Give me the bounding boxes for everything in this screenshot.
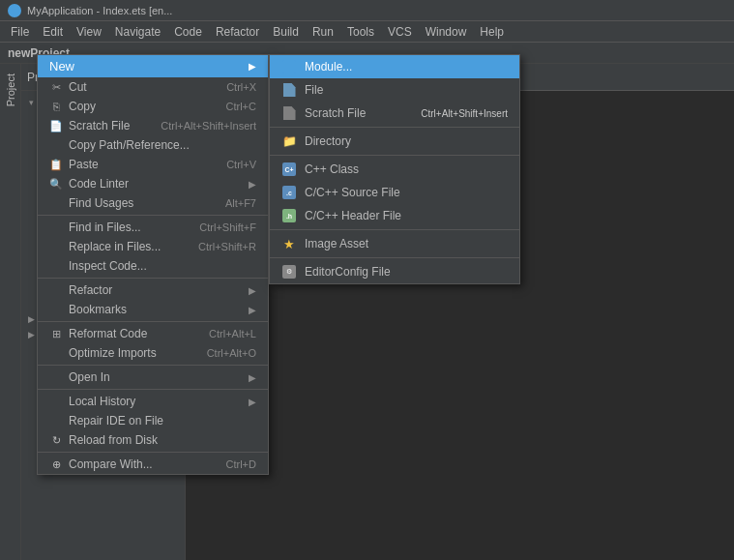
tree-label-appscope: AppScope [65,143,114,155]
code-line-3: .fontWeight(FontWeight.Bold) [197,133,722,151]
code-line-10: .height('100%') [197,238,722,255]
tab-icon-entry [260,74,272,85]
panel-dropdown-label[interactable]: Project [27,71,63,84]
menu-tools[interactable]: Tools [340,23,381,41]
tree-item-entry[interactable]: ▾ 📂 entry [21,157,185,172]
tree-item-appscope[interactable]: ▶ 📂 AppScope [21,141,185,157]
tree-item-hvigor[interactable]: ▶ 📂 .hvigor [21,110,185,126]
sidebar-item-project[interactable]: Project [2,68,19,112]
file-icon-codelint: 📄 [60,235,73,249]
tree-label-codelint: code-linter.jso... [76,236,151,248]
menu-window[interactable]: Window [419,23,474,41]
code-editor[interactable]: .fontSize(50) .fontWeight(FontWeight.Bol… [186,91,734,560]
tree-item-build-profile[interactable]: ▶ 📄 build-profile.js... [21,219,185,234]
menu-view[interactable]: View [70,23,108,41]
menu-bar: File Edit View Navigate Code Refactor Bu… [0,21,734,43]
tree-item-hvigorfile[interactable]: ▶ 📄 hvigorfile.ts [21,250,185,265]
tab-close-entry[interactable]: ✕ [349,74,357,84]
toolbar-btn-collapse[interactable]: ⊟ [125,70,140,85]
menu-code[interactable]: Code [167,23,209,41]
tree-label-scratches: Scratches and Co... [53,329,147,340]
file-icon-build: 📄 [60,220,73,233]
tree-arrow-scratches: ▶ [25,330,37,339]
toolbar-btn-minimize[interactable]: — [163,70,179,85]
project-header: newProject [0,43,734,64]
code-line-2: .fontSize(50) [197,116,722,133]
panel-toolbar: Project ▾ ⊕ ☰ ⊟ ⚙ — [21,64,185,91]
tree-item-scratches[interactable]: ▶ ★ Scratches and Co... [21,327,185,342]
tab-action-list[interactable]: ☰ [208,74,223,88]
tree-item-oh-package[interactable]: ▶ 📄 oh-package.js... [21,280,185,296]
tree-arrow-idea: ▶ [37,129,48,138]
file-icon-gitignore: 📄 [60,204,73,218]
tab-entry-ability[interactable]: EntryAbility.ets ✕ [251,67,366,90]
toolbar-btn-add[interactable]: ⊕ [86,70,102,85]
tree-label-ohpkg: oh-package.js... [76,282,152,294]
code-line-12: } [197,273,722,290]
toolbar-btn-list[interactable]: ☰ [105,70,121,85]
tree-item-local-prop[interactable]: ▶ 📊 local.propertie... [21,265,185,280]
folder-icon-hvigor: 📂 [48,111,62,125]
folder-icon-oh-modules: 📂 [48,189,62,202]
menu-run[interactable]: Run [306,23,340,41]
code-line-5: center: { anchor: '__container_ [197,168,722,186]
tree-item-hvigor2[interactable]: ▶ 📂 hvigor [21,172,185,188]
title-bar: MyApplication - Index.ets [en... [0,0,734,21]
code-line-8: }) [197,221,722,238]
app-icon [8,4,21,17]
side-tab: Project [0,64,21,560]
toolbar-btn-settings[interactable]: ⚙ [144,70,160,85]
menu-navigate[interactable]: Navigate [108,23,167,41]
tree-arrow-extlib: ▶ [25,314,37,324]
code-line-4: .alignRules({ [197,151,722,168]
tree-icon-extlib: ⚙ [37,312,50,326]
tree-item-code-linter[interactable]: ▶ 📄 code-linter.jso... [21,234,185,250]
code-line-7: }) [197,203,722,221]
tab-close-index[interactable]: ✕ [439,74,447,85]
code-line-1 [197,99,722,116]
tree-label-entry: entry [65,159,91,170]
tree-container: ▾ 📁 newProject [MyA... ▶ 📂 .hvigor ▶ 📂 .… [21,91,185,560]
tree-item-root[interactable]: ▾ 📁 newProject [MyA... [21,95,185,110]
tree-arrow-root: ▾ [25,98,37,107]
tab-icon-index [376,74,388,85]
code-line-11: .width('100%') [197,255,722,273]
tab-action-split[interactable]: ⊟ [227,74,242,88]
menu-build[interactable]: Build [266,23,306,41]
project-label: newProject [8,46,70,60]
tree-label-oh-modules: oh_modules [65,190,123,201]
tree-item-oh-modules[interactable]: ▶ 📂 oh_modules [21,188,185,203]
menu-file[interactable]: File [4,23,36,41]
panel-dropdown-arrow[interactable]: ▾ [71,72,75,82]
menu-refactor[interactable]: Refactor [209,23,266,41]
menu-edit[interactable]: Edit [36,23,70,41]
main-layout: Project Project ▾ ⊕ ☰ ⊟ ⚙ — ▾ 📁 newProje… [0,64,734,560]
tree-arrow-hvigor: ▶ [37,113,48,123]
menu-help[interactable]: Help [473,23,511,41]
folder-icon-appscope: 📂 [48,142,62,156]
tree-item-gitignore[interactable]: ▶ 📄 .gitignore [21,203,185,219]
tab-action-prev[interactable]: ⊕ [190,74,204,88]
folder-icon-idea: 📂 [48,127,62,140]
tree-label-idea: .idea [65,128,88,139]
tree-label-build: build-profile.js... [76,221,151,232]
folder-icon-entry: 📂 [48,158,62,171]
tree-label-hvigorfile: hvigorfile.ts [76,251,131,263]
tree-item-oh-package-lc[interactable]: ▶ 📄 oh-package-lc... [21,296,185,311]
menu-vcs[interactable]: VCS [381,23,419,41]
tree-label-hvigor: .hvigor [65,112,97,124]
tree-label-ohpkglc: oh-package-lc... [76,298,152,309]
tree-item-idea[interactable]: ▶ 📂 .idea [21,126,185,141]
tree-label-hvigor2: hvigor [76,174,105,186]
tab-index-ets[interactable]: Index.ets ✕ [367,67,455,90]
tab-bar: ⊕ ☰ ⊟ EntryAbility.ets ✕ Index.ets ✕ [186,64,734,91]
tree-arrow-hvigor2: ▶ [48,175,60,185]
code-line-6: middle: { anchor: '__container_ [197,186,722,203]
file-icon-ohpkglc: 📄 [60,297,73,310]
project-root-icon: 📁 [37,96,50,109]
editor-area: ⊕ ☰ ⊟ EntryAbility.ets ✕ Index.ets ✕ .fo… [186,64,734,560]
tree-item-ext-lib[interactable]: ▶ ⚙ External Libraries [21,311,185,327]
tree-arrow-appscope: ▶ [37,144,48,154]
tree-label-localprop: local.propertie... [76,267,152,279]
tree-arrow-oh-modules: ▶ [37,191,48,200]
